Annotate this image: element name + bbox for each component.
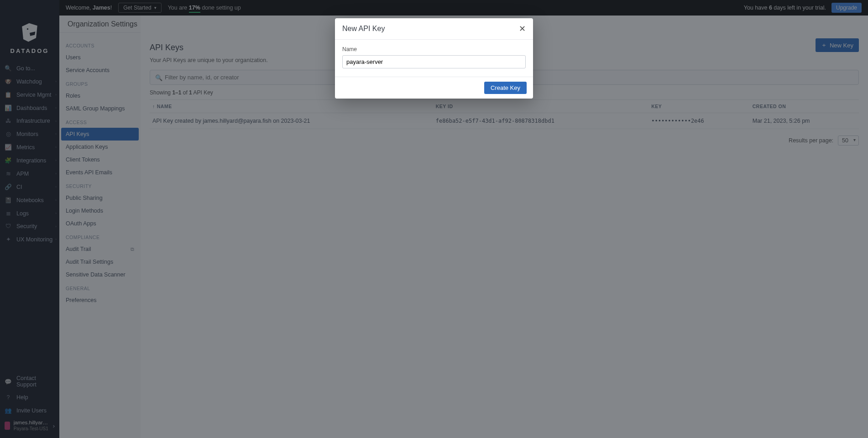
create-key-button[interactable]: Create Key bbox=[484, 82, 527, 94]
key-name-input[interactable] bbox=[342, 55, 526, 68]
modal-title: New API Key bbox=[342, 25, 385, 33]
close-icon: ✕ bbox=[519, 24, 526, 33]
new-api-key-modal: New API Key ✕ Name Create Key bbox=[335, 18, 533, 99]
name-field-label: Name bbox=[342, 46, 526, 52]
close-button[interactable]: ✕ bbox=[519, 25, 526, 33]
